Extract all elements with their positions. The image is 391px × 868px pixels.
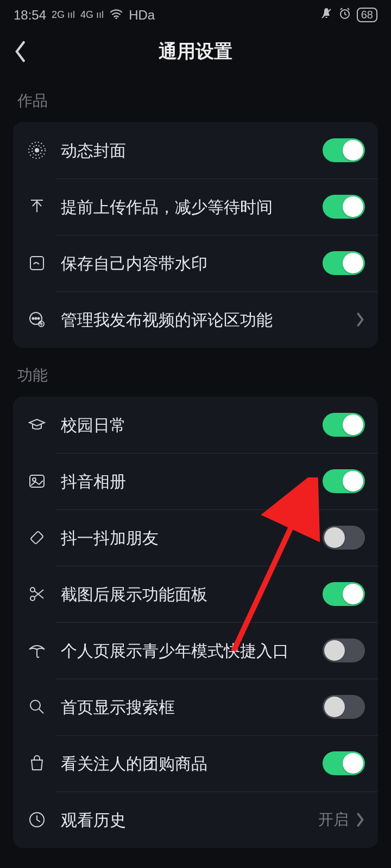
toggle-group-buy[interactable]: [323, 751, 365, 775]
toggle-album[interactable]: [323, 469, 365, 493]
svg-point-0: [116, 17, 117, 18]
row-label: 看关注人的团购商品: [61, 753, 323, 774]
section-header-works: 作品: [13, 73, 378, 122]
section-features: 校园日常 抖音相册 抖一抖加朋友 截图后展示功能面板: [13, 397, 378, 848]
shopping-bag-icon: [26, 752, 48, 774]
svg-point-17: [30, 700, 40, 710]
row-label: 提前上传作品，减少等待时间: [61, 196, 323, 218]
alarm-icon: [338, 7, 351, 23]
svg-point-13: [33, 478, 36, 481]
shake-icon: [26, 527, 48, 548]
row-label: 抖一抖加朋友: [61, 527, 323, 548]
row-label: 抖音相册: [61, 471, 323, 492]
comment-settings-icon: [26, 309, 48, 330]
status-bar: 18:54 2G ııl 4G ııl HDa 68: [0, 0, 391, 30]
section-works: 动态封面 提前上传作品，减少等待时间 保存自己内容带水印 管理我发布视频的评论区…: [13, 122, 378, 348]
row-dynamic-cover[interactable]: 动态封面: [13, 122, 378, 178]
status-right: 68: [320, 7, 377, 23]
toggle-dynamic-cover[interactable]: [323, 138, 365, 162]
row-label: 首页显示搜索框: [61, 697, 323, 718]
signal-2g-icon: 2G ııl: [52, 9, 75, 21]
row-album[interactable]: 抖音相册: [13, 453, 378, 509]
search-icon: [26, 696, 48, 718]
row-comment-management[interactable]: 管理我发布视频的评论区功能: [13, 291, 378, 348]
chevron-right-icon: [355, 311, 365, 328]
svg-rect-14: [30, 531, 43, 544]
back-button[interactable]: [4, 35, 37, 68]
toggle-search-box[interactable]: [323, 695, 365, 719]
section-header-features: 功能: [13, 348, 378, 397]
clock-icon: [26, 809, 48, 831]
svg-point-10: [38, 318, 40, 320]
battery-icon: 68: [357, 8, 377, 22]
photo-icon: [26, 470, 48, 492]
toggle-watermark[interactable]: [323, 251, 365, 275]
mute-icon: [320, 7, 333, 23]
svg-point-3: [35, 149, 39, 152]
target-icon: [26, 139, 48, 161]
row-group-buy[interactable]: 看关注人的团购商品: [13, 735, 378, 792]
row-label: 校园日常: [61, 414, 323, 436]
toggle-screenshot[interactable]: [323, 582, 365, 606]
row-preupload[interactable]: 提前上传作品，减少等待时间: [13, 178, 378, 235]
chevron-right-icon: [355, 812, 365, 828]
image-icon: [26, 252, 48, 274]
row-label: 个人页展示青少年模式快捷入口: [61, 640, 323, 661]
toggle-shake[interactable]: [323, 526, 365, 550]
wifi-icon: [109, 8, 123, 23]
svg-point-8: [33, 318, 34, 320]
scissors-icon: [26, 583, 48, 605]
header: 通用设置: [0, 30, 391, 73]
row-teen-mode[interactable]: 个人页展示青少年模式快捷入口: [13, 622, 378, 679]
row-watermark[interactable]: 保存自己内容带水印: [13, 235, 378, 291]
toggle-campus[interactable]: [323, 413, 365, 437]
row-label: 截图后展示功能面板: [61, 584, 323, 605]
status-hd: HDa: [129, 8, 155, 23]
row-shake[interactable]: 抖一抖加朋友: [13, 509, 378, 566]
toggle-teen-mode[interactable]: [323, 639, 365, 662]
toggle-preupload[interactable]: [323, 195, 365, 219]
graduation-cap-icon: [26, 414, 48, 436]
svg-point-9: [35, 318, 37, 320]
row-label: 观看历史: [61, 809, 318, 831]
row-watch-history[interactable]: 观看历史 开启: [13, 792, 378, 848]
row-screenshot[interactable]: 截图后展示功能面板: [13, 566, 378, 622]
upload-icon: [26, 196, 48, 218]
page-title: 通用设置: [0, 39, 391, 64]
history-status: 开启: [318, 809, 349, 830]
umbrella-icon: [26, 640, 48, 661]
row-search-box[interactable]: 首页显示搜索框: [13, 679, 378, 735]
signal-4g-icon: 4G ııl: [80, 9, 104, 21]
row-label: 管理我发布视频的评论区功能: [61, 309, 355, 330]
row-campus[interactable]: 校园日常: [13, 397, 378, 453]
status-left: 18:54 2G ııl 4G ııl HDa: [14, 8, 155, 23]
status-time: 18:54: [14, 8, 46, 23]
row-label: 动态封面: [61, 140, 323, 161]
row-label: 保存自己内容带水印: [61, 253, 323, 274]
